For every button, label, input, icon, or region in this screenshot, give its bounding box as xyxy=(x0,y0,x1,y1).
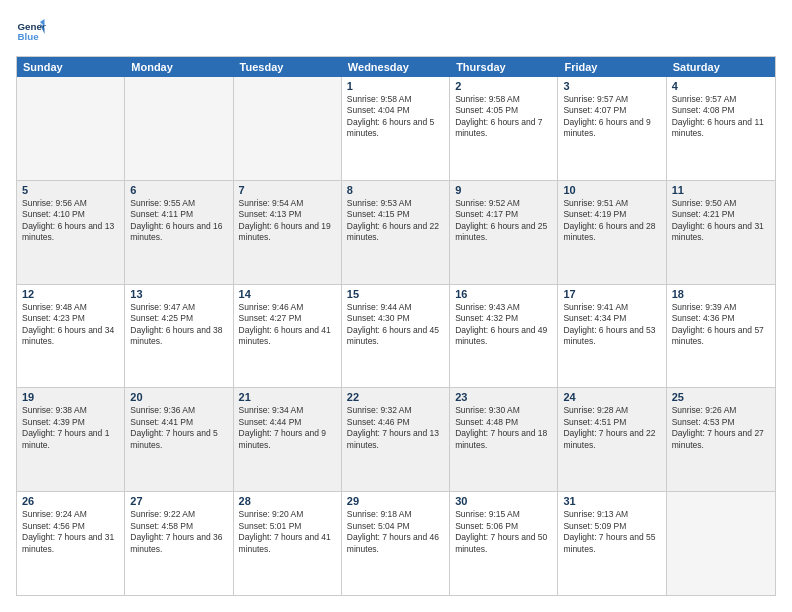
day-number: 12 xyxy=(22,288,119,300)
day-number: 30 xyxy=(455,495,552,507)
day-info: Sunrise: 9:39 AM Sunset: 4:36 PM Dayligh… xyxy=(672,302,770,348)
day-info: Sunrise: 9:48 AM Sunset: 4:23 PM Dayligh… xyxy=(22,302,119,348)
day-info: Sunrise: 9:36 AM Sunset: 4:41 PM Dayligh… xyxy=(130,405,227,451)
day-info: Sunrise: 9:24 AM Sunset: 4:56 PM Dayligh… xyxy=(22,509,119,555)
calendar-body: 1Sunrise: 9:58 AM Sunset: 4:04 PM Daylig… xyxy=(17,77,775,595)
logo: General Blue xyxy=(16,16,50,46)
day-info: Sunrise: 9:32 AM Sunset: 4:46 PM Dayligh… xyxy=(347,405,444,451)
day-number: 31 xyxy=(563,495,660,507)
calendar-cell-0-3: 1Sunrise: 9:58 AM Sunset: 4:04 PM Daylig… xyxy=(342,77,450,180)
day-info: Sunrise: 9:44 AM Sunset: 4:30 PM Dayligh… xyxy=(347,302,444,348)
day-number: 9 xyxy=(455,184,552,196)
calendar-cell-1-0: 5Sunrise: 9:56 AM Sunset: 4:10 PM Daylig… xyxy=(17,181,125,284)
calendar-cell-2-6: 18Sunrise: 9:39 AM Sunset: 4:36 PM Dayli… xyxy=(667,285,775,388)
day-number: 28 xyxy=(239,495,336,507)
day-info: Sunrise: 9:54 AM Sunset: 4:13 PM Dayligh… xyxy=(239,198,336,244)
calendar-cell-1-2: 7Sunrise: 9:54 AM Sunset: 4:13 PM Daylig… xyxy=(234,181,342,284)
calendar-cell-2-0: 12Sunrise: 9:48 AM Sunset: 4:23 PM Dayli… xyxy=(17,285,125,388)
day-number: 7 xyxy=(239,184,336,196)
calendar-header: SundayMondayTuesdayWednesdayThursdayFrid… xyxy=(17,57,775,77)
day-number: 24 xyxy=(563,391,660,403)
day-number: 18 xyxy=(672,288,770,300)
calendar-cell-1-6: 11Sunrise: 9:50 AM Sunset: 4:21 PM Dayli… xyxy=(667,181,775,284)
header-day-friday: Friday xyxy=(558,57,666,77)
day-number: 16 xyxy=(455,288,552,300)
calendar-cell-3-3: 22Sunrise: 9:32 AM Sunset: 4:46 PM Dayli… xyxy=(342,388,450,491)
day-number: 13 xyxy=(130,288,227,300)
day-number: 14 xyxy=(239,288,336,300)
day-info: Sunrise: 9:41 AM Sunset: 4:34 PM Dayligh… xyxy=(563,302,660,348)
header-day-saturday: Saturday xyxy=(667,57,775,77)
calendar-cell-2-1: 13Sunrise: 9:47 AM Sunset: 4:25 PM Dayli… xyxy=(125,285,233,388)
calendar-cell-4-1: 27Sunrise: 9:22 AM Sunset: 4:58 PM Dayli… xyxy=(125,492,233,595)
calendar-cell-2-5: 17Sunrise: 9:41 AM Sunset: 4:34 PM Dayli… xyxy=(558,285,666,388)
calendar-cell-3-0: 19Sunrise: 9:38 AM Sunset: 4:39 PM Dayli… xyxy=(17,388,125,491)
day-info: Sunrise: 9:47 AM Sunset: 4:25 PM Dayligh… xyxy=(130,302,227,348)
day-number: 15 xyxy=(347,288,444,300)
day-info: Sunrise: 9:50 AM Sunset: 4:21 PM Dayligh… xyxy=(672,198,770,244)
calendar-cell-3-2: 21Sunrise: 9:34 AM Sunset: 4:44 PM Dayli… xyxy=(234,388,342,491)
day-info: Sunrise: 9:20 AM Sunset: 5:01 PM Dayligh… xyxy=(239,509,336,555)
calendar-cell-1-5: 10Sunrise: 9:51 AM Sunset: 4:19 PM Dayli… xyxy=(558,181,666,284)
day-number: 8 xyxy=(347,184,444,196)
calendar-row-1: 5Sunrise: 9:56 AM Sunset: 4:10 PM Daylig… xyxy=(17,180,775,284)
header: General Blue xyxy=(16,16,776,46)
calendar-row-2: 12Sunrise: 9:48 AM Sunset: 4:23 PM Dayli… xyxy=(17,284,775,388)
day-info: Sunrise: 9:34 AM Sunset: 4:44 PM Dayligh… xyxy=(239,405,336,451)
calendar: SundayMondayTuesdayWednesdayThursdayFrid… xyxy=(16,56,776,596)
day-number: 4 xyxy=(672,80,770,92)
day-info: Sunrise: 9:13 AM Sunset: 5:09 PM Dayligh… xyxy=(563,509,660,555)
calendar-cell-0-1 xyxy=(125,77,233,180)
day-number: 10 xyxy=(563,184,660,196)
header-day-tuesday: Tuesday xyxy=(234,57,342,77)
calendar-row-3: 19Sunrise: 9:38 AM Sunset: 4:39 PM Dayli… xyxy=(17,387,775,491)
day-info: Sunrise: 9:26 AM Sunset: 4:53 PM Dayligh… xyxy=(672,405,770,451)
calendar-cell-4-4: 30Sunrise: 9:15 AM Sunset: 5:06 PM Dayli… xyxy=(450,492,558,595)
day-number: 19 xyxy=(22,391,119,403)
calendar-cell-0-2 xyxy=(234,77,342,180)
calendar-cell-4-2: 28Sunrise: 9:20 AM Sunset: 5:01 PM Dayli… xyxy=(234,492,342,595)
day-info: Sunrise: 9:30 AM Sunset: 4:48 PM Dayligh… xyxy=(455,405,552,451)
day-number: 26 xyxy=(22,495,119,507)
calendar-cell-3-4: 23Sunrise: 9:30 AM Sunset: 4:48 PM Dayli… xyxy=(450,388,558,491)
day-number: 6 xyxy=(130,184,227,196)
calendar-cell-1-3: 8Sunrise: 9:53 AM Sunset: 4:15 PM Daylig… xyxy=(342,181,450,284)
calendar-cell-3-1: 20Sunrise: 9:36 AM Sunset: 4:41 PM Dayli… xyxy=(125,388,233,491)
calendar-cell-0-6: 4Sunrise: 9:57 AM Sunset: 4:08 PM Daylig… xyxy=(667,77,775,180)
day-info: Sunrise: 9:52 AM Sunset: 4:17 PM Dayligh… xyxy=(455,198,552,244)
day-info: Sunrise: 9:38 AM Sunset: 4:39 PM Dayligh… xyxy=(22,405,119,451)
day-number: 1 xyxy=(347,80,444,92)
calendar-row-0: 1Sunrise: 9:58 AM Sunset: 4:04 PM Daylig… xyxy=(17,77,775,180)
day-info: Sunrise: 9:15 AM Sunset: 5:06 PM Dayligh… xyxy=(455,509,552,555)
day-number: 2 xyxy=(455,80,552,92)
day-info: Sunrise: 9:46 AM Sunset: 4:27 PM Dayligh… xyxy=(239,302,336,348)
day-info: Sunrise: 9:51 AM Sunset: 4:19 PM Dayligh… xyxy=(563,198,660,244)
calendar-cell-3-6: 25Sunrise: 9:26 AM Sunset: 4:53 PM Dayli… xyxy=(667,388,775,491)
day-number: 27 xyxy=(130,495,227,507)
calendar-cell-2-2: 14Sunrise: 9:46 AM Sunset: 4:27 PM Dayli… xyxy=(234,285,342,388)
day-number: 11 xyxy=(672,184,770,196)
calendar-cell-4-3: 29Sunrise: 9:18 AM Sunset: 5:04 PM Dayli… xyxy=(342,492,450,595)
svg-text:Blue: Blue xyxy=(18,31,40,42)
day-number: 21 xyxy=(239,391,336,403)
calendar-cell-0-5: 3Sunrise: 9:57 AM Sunset: 4:07 PM Daylig… xyxy=(558,77,666,180)
day-number: 22 xyxy=(347,391,444,403)
day-number: 20 xyxy=(130,391,227,403)
calendar-cell-2-3: 15Sunrise: 9:44 AM Sunset: 4:30 PM Dayli… xyxy=(342,285,450,388)
calendar-cell-1-4: 9Sunrise: 9:52 AM Sunset: 4:17 PM Daylig… xyxy=(450,181,558,284)
day-number: 29 xyxy=(347,495,444,507)
day-info: Sunrise: 9:56 AM Sunset: 4:10 PM Dayligh… xyxy=(22,198,119,244)
calendar-row-4: 26Sunrise: 9:24 AM Sunset: 4:56 PM Dayli… xyxy=(17,491,775,595)
logo-icon: General Blue xyxy=(16,16,46,46)
header-day-wednesday: Wednesday xyxy=(342,57,450,77)
day-number: 23 xyxy=(455,391,552,403)
day-info: Sunrise: 9:28 AM Sunset: 4:51 PM Dayligh… xyxy=(563,405,660,451)
day-info: Sunrise: 9:43 AM Sunset: 4:32 PM Dayligh… xyxy=(455,302,552,348)
day-info: Sunrise: 9:53 AM Sunset: 4:15 PM Dayligh… xyxy=(347,198,444,244)
calendar-cell-0-4: 2Sunrise: 9:58 AM Sunset: 4:05 PM Daylig… xyxy=(450,77,558,180)
calendar-cell-4-0: 26Sunrise: 9:24 AM Sunset: 4:56 PM Dayli… xyxy=(17,492,125,595)
day-info: Sunrise: 9:57 AM Sunset: 4:07 PM Dayligh… xyxy=(563,94,660,140)
day-number: 3 xyxy=(563,80,660,92)
header-day-sunday: Sunday xyxy=(17,57,125,77)
calendar-cell-4-5: 31Sunrise: 9:13 AM Sunset: 5:09 PM Dayli… xyxy=(558,492,666,595)
